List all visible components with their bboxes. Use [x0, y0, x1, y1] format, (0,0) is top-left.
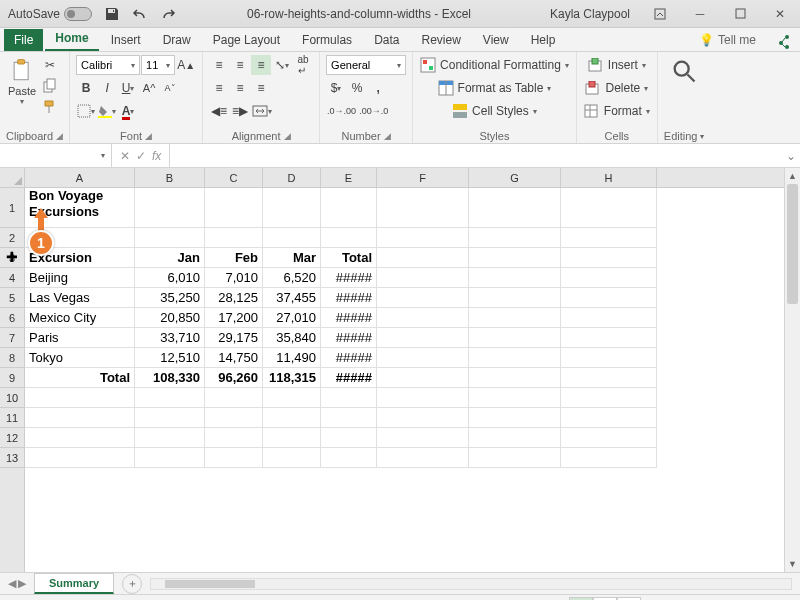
cell[interactable]: Mexico City: [25, 308, 135, 328]
cell[interactable]: Jan: [135, 248, 205, 268]
row-header[interactable]: 6: [0, 308, 24, 328]
cell[interactable]: [469, 388, 561, 408]
format-painter-icon[interactable]: [40, 97, 60, 117]
row-header[interactable]: 1: [0, 188, 24, 228]
share-button[interactable]: [768, 35, 800, 51]
cell[interactable]: [561, 328, 657, 348]
clipboard-launcher-icon[interactable]: ◢: [56, 131, 63, 141]
wrap-text-icon[interactable]: ab↵: [293, 55, 313, 75]
tab-view[interactable]: View: [473, 29, 519, 51]
sheet-next-icon[interactable]: ▶: [18, 577, 26, 590]
cell[interactable]: [377, 388, 469, 408]
column-headers[interactable]: ABCDEFGH: [25, 168, 784, 188]
enter-fx-icon[interactable]: ✓: [136, 149, 146, 163]
cell[interactable]: [263, 428, 321, 448]
cell[interactable]: 6,520: [263, 268, 321, 288]
cell[interactable]: [321, 448, 377, 468]
tell-me[interactable]: 💡 Tell me: [689, 29, 766, 51]
cell[interactable]: [135, 448, 205, 468]
cell[interactable]: [263, 408, 321, 428]
cell[interactable]: [205, 188, 263, 228]
row-header[interactable]: 4: [0, 268, 24, 288]
cell[interactable]: 28,125: [205, 288, 263, 308]
cell[interactable]: [377, 408, 469, 428]
align-middle-icon[interactable]: ≡: [230, 55, 250, 75]
tab-file[interactable]: File: [4, 29, 43, 51]
cell[interactable]: [561, 368, 657, 388]
row-header[interactable]: 10: [0, 388, 24, 408]
cell[interactable]: [135, 408, 205, 428]
cell[interactable]: [377, 368, 469, 388]
cell[interactable]: [377, 288, 469, 308]
cell[interactable]: [469, 248, 561, 268]
add-sheet-button[interactable]: ＋: [122, 574, 142, 594]
scroll-thumb[interactable]: [787, 184, 798, 304]
column-header[interactable]: A: [25, 168, 135, 187]
cell[interactable]: #####: [321, 288, 377, 308]
font-size-combo[interactable]: 11▾: [141, 55, 175, 75]
cell[interactable]: #####: [321, 268, 377, 288]
cell[interactable]: [469, 368, 561, 388]
ribbon-options-icon[interactable]: [640, 0, 680, 28]
cell[interactable]: Paris: [25, 328, 135, 348]
select-all-button[interactable]: [0, 168, 24, 188]
cell[interactable]: 37,455: [263, 288, 321, 308]
cell[interactable]: 35,250: [135, 288, 205, 308]
align-left-icon[interactable]: ≡: [209, 78, 229, 98]
increase-indent-icon[interactable]: ≡▶: [230, 101, 250, 121]
column-header[interactable]: H: [561, 168, 657, 187]
delete-cells-button[interactable]: Delete▾: [583, 78, 651, 98]
cell[interactable]: [321, 388, 377, 408]
cell[interactable]: [377, 268, 469, 288]
row-header[interactable]: 7: [0, 328, 24, 348]
cell[interactable]: [135, 228, 205, 248]
cell[interactable]: 118,315: [263, 368, 321, 388]
row-header[interactable]: 2: [0, 228, 24, 248]
cell[interactable]: 17,200: [205, 308, 263, 328]
cell[interactable]: [469, 308, 561, 328]
cell[interactable]: [205, 388, 263, 408]
number-format-combo[interactable]: General▾: [326, 55, 406, 75]
cell[interactable]: Las Vegas: [25, 288, 135, 308]
cell[interactable]: Total: [321, 248, 377, 268]
cell[interactable]: [561, 248, 657, 268]
cell[interactable]: [135, 388, 205, 408]
align-center-icon[interactable]: ≡: [230, 78, 250, 98]
cell[interactable]: [561, 428, 657, 448]
cell[interactable]: 33,710: [135, 328, 205, 348]
cell[interactable]: [377, 188, 469, 228]
autosave-toggle[interactable]: AutoSave: [8, 7, 92, 21]
cell[interactable]: 27,010: [263, 308, 321, 328]
cell[interactable]: [25, 408, 135, 428]
cell[interactable]: [263, 448, 321, 468]
cell[interactable]: [377, 328, 469, 348]
cell[interactable]: #####: [321, 328, 377, 348]
cell[interactable]: [205, 408, 263, 428]
cell[interactable]: [469, 348, 561, 368]
cell[interactable]: [561, 188, 657, 228]
cell[interactable]: Mar: [263, 248, 321, 268]
cell[interactable]: 14,750: [205, 348, 263, 368]
cell[interactable]: [321, 428, 377, 448]
borders-icon[interactable]: ▾: [76, 101, 96, 121]
cell[interactable]: [469, 188, 561, 228]
row-header[interactable]: 11: [0, 408, 24, 428]
percent-icon[interactable]: %: [347, 78, 367, 98]
vertical-scrollbar[interactable]: ▲ ▼: [784, 168, 800, 572]
cell[interactable]: [469, 408, 561, 428]
formula-input[interactable]: [170, 144, 782, 167]
increase-decimal-icon[interactable]: .0→.00: [326, 101, 357, 121]
expand-fx-icon[interactable]: ⌄: [782, 144, 800, 167]
cell[interactable]: [561, 288, 657, 308]
scroll-down-icon[interactable]: ▼: [785, 556, 800, 572]
cell[interactable]: [469, 428, 561, 448]
tab-insert[interactable]: Insert: [101, 29, 151, 51]
cell[interactable]: [321, 228, 377, 248]
decrease-decimal-icon[interactable]: .00→.0: [358, 101, 389, 121]
cell[interactable]: 108,330: [135, 368, 205, 388]
cell[interactable]: [205, 448, 263, 468]
close-icon[interactable]: ✕: [760, 0, 800, 28]
cell[interactable]: [25, 388, 135, 408]
increase-font-icon[interactable]: A▲: [176, 55, 196, 75]
cell[interactable]: 35,840: [263, 328, 321, 348]
